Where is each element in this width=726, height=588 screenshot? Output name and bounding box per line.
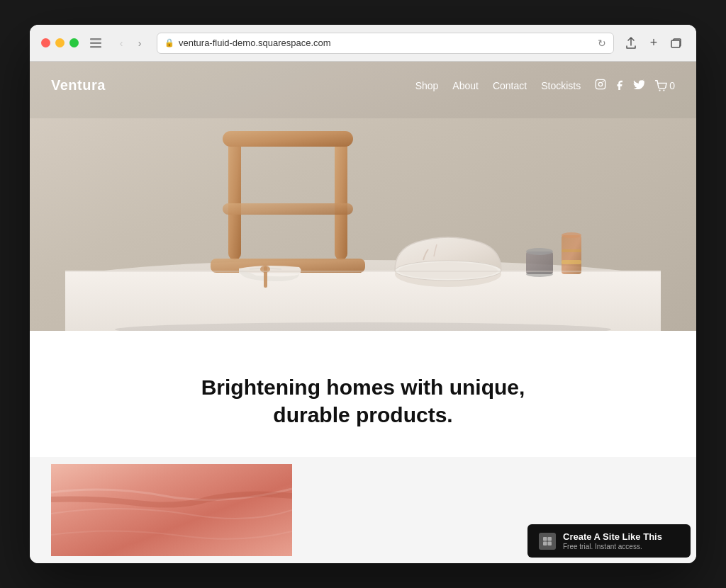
sidebar-toggle-button[interactable] bbox=[87, 35, 104, 52]
cta-text: Create A Site Like This Free trial. Inst… bbox=[563, 531, 662, 550]
browser-chrome: ‹ › 🔒 ventura-fluid-demo.squarespace.com… bbox=[30, 25, 696, 62]
traffic-light-red[interactable] bbox=[41, 38, 50, 47]
squarespace-icon bbox=[539, 533, 556, 550]
traffic-light-yellow[interactable] bbox=[55, 38, 65, 47]
svg-rect-0 bbox=[90, 38, 101, 40]
url-text: ventura-fluid-demo.squarespace.com bbox=[179, 38, 331, 48]
facebook-icon[interactable] bbox=[616, 79, 623, 93]
nav-social-icons: 0 bbox=[595, 79, 675, 93]
cta-title: Create A Site Like This bbox=[563, 531, 662, 542]
svg-rect-35 bbox=[543, 541, 547, 545]
svg-point-5 bbox=[599, 82, 603, 86]
twitter-icon[interactable] bbox=[633, 79, 644, 92]
svg-point-7 bbox=[659, 89, 661, 91]
back-button[interactable]: ‹ bbox=[113, 35, 130, 52]
svg-point-24 bbox=[526, 248, 553, 255]
cta-subtitle: Free trial. Instant access. bbox=[563, 543, 662, 550]
nav-link-contact[interactable]: Contact bbox=[493, 80, 527, 91]
lock-icon: 🔒 bbox=[164, 38, 174, 47]
site-wrapper: Ventura Shop About Contact Stockists bbox=[30, 62, 696, 563]
svg-rect-4 bbox=[596, 79, 605, 89]
traffic-lights bbox=[41, 38, 79, 47]
svg-rect-33 bbox=[543, 537, 547, 541]
svg-rect-29 bbox=[562, 249, 581, 252]
nav-link-about[interactable]: About bbox=[452, 80, 479, 91]
new-tab-button[interactable]: + bbox=[645, 35, 662, 52]
svg-rect-14 bbox=[335, 132, 347, 260]
share-button[interactable] bbox=[622, 35, 640, 52]
site-logo[interactable]: Ventura bbox=[51, 77, 106, 94]
cart-icon[interactable]: 0 bbox=[654, 80, 675, 91]
browser-window: ‹ › 🔒 ventura-fluid-demo.squarespace.com… bbox=[30, 25, 696, 563]
tagline-line1: Brightening homes with unique, bbox=[201, 375, 525, 399]
svg-point-25 bbox=[526, 271, 553, 277]
traffic-light-green[interactable] bbox=[69, 38, 79, 47]
product-illustration bbox=[51, 464, 292, 556]
svg-rect-12 bbox=[65, 271, 661, 331]
tagline: Brightening homes with unique, durable p… bbox=[186, 373, 540, 429]
bottom-section: Featured Create A Site Like This Free tr… bbox=[30, 457, 696, 563]
svg-point-8 bbox=[663, 89, 664, 91]
svg-rect-1 bbox=[90, 42, 101, 44]
address-bar[interactable]: 🔒 ventura-fluid-demo.squarespace.com ↻ bbox=[157, 33, 614, 54]
forward-button[interactable]: › bbox=[131, 35, 148, 52]
tagline-line2: durable products. bbox=[273, 403, 452, 426]
windows-button[interactable] bbox=[668, 35, 685, 52]
svg-point-22 bbox=[398, 262, 498, 279]
svg-rect-2 bbox=[90, 46, 101, 48]
nav-link-stockists[interactable]: Stockists bbox=[541, 80, 581, 91]
white-section: Brightening homes with unique, durable p… bbox=[30, 331, 696, 457]
nav-right: Shop About Contact Stockists bbox=[415, 79, 675, 93]
svg-point-27 bbox=[562, 232, 581, 238]
svg-rect-16 bbox=[223, 203, 353, 215]
reload-button[interactable]: ↻ bbox=[598, 38, 606, 49]
svg-rect-13 bbox=[228, 132, 241, 260]
browser-actions: + bbox=[622, 35, 685, 52]
svg-rect-3 bbox=[671, 40, 680, 47]
cart-count: 0 bbox=[669, 80, 675, 91]
svg-rect-28 bbox=[562, 260, 581, 264]
nav-arrows: ‹ › bbox=[113, 35, 148, 52]
cta-banner[interactable]: Create A Site Like This Free trial. Inst… bbox=[527, 524, 691, 558]
product-image bbox=[51, 464, 292, 556]
instagram-icon[interactable] bbox=[595, 79, 606, 93]
svg-rect-36 bbox=[548, 541, 552, 545]
svg-rect-26 bbox=[562, 235, 581, 274]
site-nav: Ventura Shop About Contact Stockists bbox=[30, 62, 696, 109]
svg-rect-15 bbox=[223, 131, 353, 147]
nav-link-shop[interactable]: Shop bbox=[415, 80, 439, 91]
svg-rect-34 bbox=[548, 537, 552, 541]
svg-point-6 bbox=[603, 81, 604, 82]
